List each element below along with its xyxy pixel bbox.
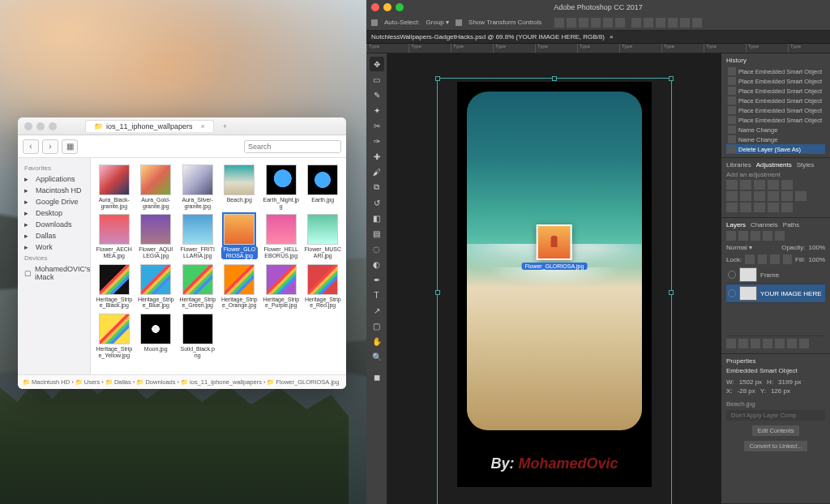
properties-panel[interactable]: Properties Embedded Smart Object W:1502 … [721, 354, 830, 504]
transform-handle[interactable] [669, 290, 674, 295]
file-item[interactable]: Solid_Black.png [178, 312, 218, 360]
breadcrumb-item[interactable]: › 📁 Dallas [101, 378, 130, 386]
file-item[interactable]: Heritage_Stripe_Red.jpg [303, 263, 344, 310]
adj-icon[interactable] [768, 180, 779, 190]
adj-icon[interactable] [781, 203, 793, 212]
sidebar-item[interactable]: ▸Applications [18, 173, 90, 185]
align-icon[interactable] [603, 18, 613, 28]
shape-tool-icon[interactable]: ▢ [370, 318, 384, 333]
stamp-tool-icon[interactable]: ⧉ [370, 180, 384, 194]
tab-libraries[interactable]: Libraries [726, 161, 751, 169]
link-layers-icon[interactable] [726, 339, 736, 348]
breadcrumb-item[interactable]: › 📁 Users [71, 378, 100, 386]
adj-icon[interactable] [740, 180, 751, 190]
align-icon[interactable] [615, 18, 625, 28]
dragged-file[interactable]: Flower_GLORIOSA.jpg [522, 224, 588, 270]
history-item[interactable]: Place Embedded Smart Object [726, 76, 825, 86]
add-tab-icon[interactable]: + [223, 122, 227, 130]
sidebar-item[interactable]: ▸Desktop [18, 207, 90, 219]
distribute-icon[interactable] [680, 18, 690, 28]
history-item[interactable]: Place Embedded Smart Object [726, 66, 825, 76]
view-mode-button[interactable]: ▦ [62, 139, 78, 154]
history-item[interactable]: Place Embedded Smart Object [726, 96, 825, 105]
forward-button[interactable]: › [42, 139, 58, 154]
file-item[interactable]: Heritage_Stripe_Yellow.jpg [94, 312, 135, 360]
tab-layers[interactable]: Layers [726, 221, 746, 229]
adj-icon[interactable] [754, 203, 765, 212]
align-icon[interactable] [567, 18, 576, 28]
filter-icon[interactable] [738, 231, 748, 241]
adjustments-panel[interactable]: Libraries Adjustments Styles Add an adju… [721, 158, 830, 218]
file-item[interactable]: Heritage_Stripe_Orange.jpg [220, 263, 260, 310]
auto-select-dropdown[interactable]: Group ▾ [426, 19, 449, 26]
fill-value[interactable]: 100% [809, 256, 825, 263]
transform-handle[interactable] [435, 76, 440, 81]
file-item[interactable]: Heritage_Stripe_Blue.jpg [136, 263, 177, 310]
adj-icon[interactable] [726, 180, 738, 190]
tab-adjustments[interactable]: Adjustments [756, 161, 792, 169]
color-swap-icon[interactable]: ◼ [370, 369, 384, 384]
pen-tool-icon[interactable]: ✒ [370, 272, 384, 287]
tab-styles[interactable]: Styles [797, 161, 815, 169]
file-item[interactable]: Heritage_Stripe_Green.jpg [178, 263, 218, 310]
path-tool-icon[interactable]: ↗ [370, 303, 384, 318]
file-item[interactable]: Earth_Night.jpg [261, 163, 302, 211]
adj-icon[interactable] [726, 191, 738, 201]
breadcrumb-item[interactable]: › 📁 ios_11_iphone_wallpapers [178, 378, 262, 386]
file-item[interactable]: Flower_AECHMEA.jpg [94, 212, 135, 260]
file-item[interactable]: Aura_Black-granite.jpg [94, 163, 135, 211]
adj-icon[interactable] [740, 191, 751, 201]
adj-icon[interactable] [768, 191, 779, 201]
filter-icon[interactable] [726, 231, 736, 241]
adj-icon[interactable] [768, 203, 779, 212]
zoom-icon[interactable] [396, 3, 404, 11]
file-item[interactable]: Flower_GLORIOSA.jpg [220, 212, 260, 260]
file-item[interactable]: Flower_MUSCARI.jpg [303, 212, 344, 260]
adj-icon[interactable] [754, 191, 765, 201]
history-item[interactable]: Place Embedded Smart Object [726, 105, 825, 115]
file-item[interactable]: Aura_Silver-granite.jpg [178, 163, 218, 211]
history-item[interactable]: Place Embedded Smart Object [726, 115, 825, 125]
auto-select-checkbox[interactable] [371, 19, 378, 26]
lock-icon[interactable] [758, 254, 767, 264]
filter-icon[interactable] [763, 231, 772, 241]
edit-contents-button[interactable]: Edit Contents [752, 425, 798, 436]
dodge-tool-icon[interactable]: ◐ [370, 257, 384, 271]
adj-icon[interactable] [781, 191, 793, 201]
history-brush-icon[interactable]: ↺ [370, 195, 384, 210]
new-layer-icon[interactable] [787, 339, 797, 348]
search-input[interactable] [244, 140, 341, 153]
finder-titlebar[interactable]: 📁 ios_11_iphone_wallpapers × + [18, 117, 346, 135]
file-item[interactable]: Heritage_Stripe_Purple.jpg [261, 263, 302, 310]
close-icon[interactable] [24, 122, 32, 130]
align-icon[interactable] [554, 18, 564, 28]
distribute-icon[interactable] [692, 18, 702, 28]
hand-tool-icon[interactable]: ✋ [370, 334, 384, 348]
adj-icon[interactable] [781, 180, 793, 190]
layer-row[interactable]: YOUR IMAGE HERE [726, 284, 825, 303]
align-icon[interactable] [591, 18, 601, 28]
ps-titlebar[interactable]: Adobe Photoshop CC 2017 [366, 0, 830, 15]
distribute-icon[interactable] [656, 18, 665, 28]
finder-pathbar[interactable]: 📁 Macintosh HD › 📁 Users › 📁 Dallas › 📁 … [18, 374, 346, 389]
history-item[interactable]: Name Change [726, 135, 825, 144]
lock-icon[interactable] [770, 254, 779, 264]
marquee-tool-icon[interactable]: ▭ [370, 72, 384, 87]
file-item[interactable]: Flower_AQUILEGIA.jpg [136, 212, 177, 260]
gradient-tool-icon[interactable]: ▤ [370, 226, 384, 241]
breadcrumb-item[interactable]: › 📁 Downloads [133, 378, 176, 386]
sidebar-item[interactable]: ▸Work [18, 241, 90, 253]
visibility-icon[interactable] [728, 271, 736, 279]
trash-icon[interactable] [799, 339, 809, 348]
eyedropper-tool-icon[interactable]: ✑ [370, 134, 384, 148]
adj-icon[interactable] [795, 191, 806, 201]
blur-tool-icon[interactable]: ◌ [370, 241, 384, 256]
file-item[interactable]: Beach.jpg [220, 163, 260, 211]
file-item[interactable]: Heritage_Stripe_Black.jpg [94, 263, 135, 310]
filter-icon[interactable] [775, 231, 785, 241]
layer-comp-dropdown[interactable]: Don't Apply Layer Comp [726, 410, 825, 421]
ps-canvas[interactable]: Flower_GLORIOSA.jpg By: MohamedOvic [387, 53, 721, 504]
transform-handle[interactable] [435, 290, 440, 295]
lock-icon[interactable] [783, 254, 792, 264]
file-item[interactable]: Flower_HELLEBORUS.jpg [261, 212, 302, 260]
